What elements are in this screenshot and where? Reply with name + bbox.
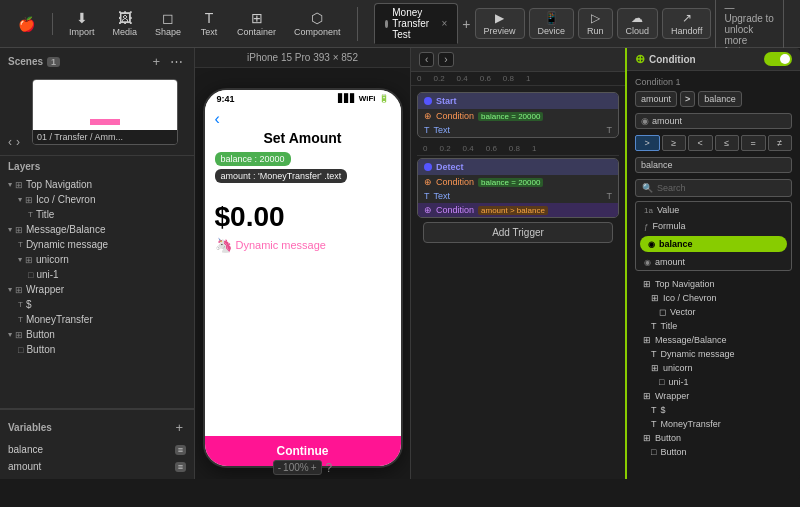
tree-dollar[interactable]: T$ — [635, 403, 792, 417]
toolbar-left-group: 🍎 — [8, 13, 53, 35]
layer-expand-icon: ▸ — [16, 198, 25, 202]
tree-button[interactable]: □Button — [635, 445, 792, 459]
layer-expand-icon: ▸ — [6, 183, 15, 187]
layer-moneytransfer[interactable]: T MoneyTransfer — [0, 312, 194, 327]
op-eq[interactable]: = — [741, 135, 766, 151]
condition-body: Condition 1 amount > balance ◉ amount — [627, 71, 800, 479]
tree-dynamic-message[interactable]: TDynamic message — [635, 347, 792, 361]
toolbar-media-group: ⬇ Import 🖼 Media ◻ Shape T Text ⊞ Contai… — [61, 7, 358, 41]
layer-expand-icon: ▸ — [16, 258, 25, 262]
preview-button[interactable]: ▶ Preview — [475, 8, 525, 39]
op-gte[interactable]: ≥ — [662, 135, 687, 151]
zoom-control[interactable]: - 100% + — [273, 460, 322, 475]
apple-logo[interactable]: 🍎 — [8, 13, 44, 35]
tree-uni-1[interactable]: □uni-1 — [635, 375, 792, 389]
main-layout: Scenes 1 + ⋯ ‹ › — [0, 48, 800, 479]
dropdown-list: 1a Value ƒ Formula balance ◉ amount — [635, 201, 792, 271]
scene-nav-prev[interactable]: ‹ — [8, 135, 12, 149]
phone-title: Set Amount — [215, 130, 391, 146]
media-button[interactable]: 🖼 Media — [105, 7, 146, 41]
shape-button[interactable]: ◻ Shape — [147, 7, 189, 41]
detect-node[interactable]: Detect ⊕ Condition balance = 20000 T Tex… — [417, 158, 619, 218]
cloud-button[interactable]: ☁ Cloud — [617, 8, 659, 39]
layer-text-icon: T — [18, 300, 23, 309]
search-icon: 🔍 — [642, 183, 653, 193]
tree-title[interactable]: TTitle — [635, 319, 792, 333]
var-balance[interactable]: balance ≡ — [0, 441, 194, 458]
tree-vector[interactable]: ◻Vector — [635, 305, 792, 319]
phone-container: 9:41 ▋▋▋ WiFi 🔋 ‹ Set Amount balance : 2… — [203, 88, 403, 468]
start-node[interactable]: Start ⊕ Condition balance = 20000 T Text… — [417, 92, 619, 138]
tree-unicorn[interactable]: ⊞unicorn — [635, 361, 792, 375]
layers-header: Layers — [0, 156, 194, 177]
import-button[interactable]: ⬇ Import — [61, 7, 103, 41]
condition-selected[interactable]: ⊕ Condition amount > balance — [418, 203, 618, 217]
op-neq[interactable]: ≠ — [768, 135, 793, 151]
device-button[interactable]: 📱 Device — [529, 8, 575, 39]
layer-unicorn[interactable]: ▸ ⊞ unicorn — [0, 252, 194, 267]
tree-moneytransfer[interactable]: TMoneyTransfer — [635, 417, 792, 431]
layer-ico-chevron[interactable]: ▸ ⊞ Ico / Chevron — [0, 192, 194, 207]
left-operand-field[interactable]: amount — [635, 91, 677, 107]
variables-section: Variables + balance ≡ amount ≡ — [0, 409, 194, 479]
tree-wrapper[interactable]: ⊞Wrapper — [635, 389, 792, 403]
add-scene-button[interactable]: + — [149, 53, 163, 70]
layer-dollar[interactable]: T $ — [0, 297, 194, 312]
detect-dot — [424, 163, 432, 171]
condition-icon: ⊕ — [635, 52, 645, 66]
help-icon[interactable]: ? — [326, 461, 333, 475]
dropdown-balance-selected[interactable]: balance — [640, 236, 787, 252]
right-panels: ‹ › 0 0.2 0.4 0.6 0.8 1 Start — [410, 48, 800, 479]
phone-balance-badge: balance : 20000 — [215, 152, 291, 166]
layer-dynamic-message[interactable]: T Dynamic message — [0, 237, 194, 252]
dropdown-amount[interactable]: ◉ amount — [636, 254, 791, 270]
add-trigger-button[interactable]: Add Trigger — [423, 222, 613, 243]
handoff-button[interactable]: ↗ Handoff — [662, 8, 711, 39]
detect-ruler: 0 0.2 0.4 0.6 0.8 1 — [417, 142, 619, 156]
tree-ico-chevron[interactable]: ⊞Ico / Chevron — [635, 291, 792, 305]
canvas-area: 9:41 ▋▋▋ WiFi 🔋 ‹ Set Amount balance : 2… — [195, 68, 410, 479]
var-amount[interactable]: amount ≡ — [0, 458, 194, 475]
search-field[interactable]: 🔍 Search — [635, 179, 792, 197]
dropdown-formula[interactable]: ƒ Formula — [636, 218, 791, 234]
op-lte[interactable]: ≤ — [715, 135, 740, 151]
phone-amount-display: $0.00 — [215, 201, 391, 233]
tree-top-navigation[interactable]: ⊞Top Navigation — [635, 277, 792, 291]
run-button[interactable]: ▷ Run — [578, 8, 613, 39]
layer-title[interactable]: T Title — [0, 207, 194, 222]
layer-button[interactable]: □ Button — [0, 342, 194, 357]
tree-list: ⊞Top Navigation ⊞Ico / Chevron ◻Vector T… — [635, 277, 792, 459]
layers-list: ▸ ⊞ Top Navigation ▸ ⊞ Ico / Chevron T T… — [0, 177, 194, 408]
right-operand-field[interactable]: balance — [698, 91, 742, 107]
tree-message-balance[interactable]: ⊞Message/Balance — [635, 333, 792, 347]
layer-uni-1[interactable]: □ uni-1 — [0, 267, 194, 282]
scene-thumb[interactable]: 01 / Transfer / Amm... — [32, 79, 178, 145]
layers-section: Layers ▸ ⊞ Top Navigation ▸ ⊞ Ico / Chev… — [0, 156, 194, 409]
layer-top-navigation[interactable]: ▸ ⊞ Top Navigation — [0, 177, 194, 192]
container-button[interactable]: ⊞ Container — [229, 7, 284, 41]
layer-text-icon: T — [18, 315, 23, 324]
component-button[interactable]: ⬡ Component — [286, 7, 349, 41]
layer-message-balance[interactable]: ▸ ⊞ Message/Balance — [0, 222, 194, 237]
tree-button-group[interactable]: ⊞Button — [635, 431, 792, 445]
op-greater[interactable]: > — [635, 135, 660, 151]
scene-thumbnails: ‹ › 01 / Transfer / Amm... — [0, 75, 194, 155]
balance-field-display[interactable]: balance — [635, 157, 792, 173]
scene-nav-next[interactable]: › — [16, 135, 20, 149]
amount-field[interactable]: ◉ amount — [635, 113, 792, 129]
op-less[interactable]: < — [688, 135, 713, 151]
layer-wrapper[interactable]: ▸ ⊞ Wrapper — [0, 282, 194, 297]
add-tab-button[interactable]: + — [462, 16, 470, 32]
condition-toggle[interactable] — [764, 52, 792, 66]
phone-back-button[interactable]: ‹ — [215, 110, 391, 128]
dropdown-value[interactable]: 1a Value — [636, 202, 791, 218]
logic-nav-prev[interactable]: ‹ — [419, 52, 434, 67]
layer-button-group[interactable]: ▸ ⊞ Button — [0, 327, 194, 342]
canvas-bottom-bar: - 100% + ? — [195, 456, 410, 479]
add-variable-button[interactable]: + — [172, 419, 186, 436]
scene-options-button[interactable]: ⋯ — [167, 53, 186, 70]
condition-panel: ⊕ Condition Condition 1 amount > balance — [625, 48, 800, 479]
text-button[interactable]: T Text — [191, 7, 227, 41]
logic-nav-next[interactable]: › — [438, 52, 453, 67]
active-tab[interactable]: Money Transfer Test × — [374, 3, 459, 44]
